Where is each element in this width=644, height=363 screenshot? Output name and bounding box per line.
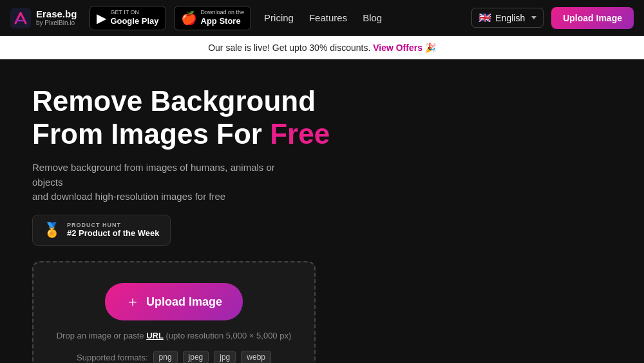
sale-banner-text: Our sale is live! Get upto 30% discounts…: [208, 43, 370, 53]
language-flag-icon: 🇬🇧: [478, 12, 491, 24]
sale-banner-cta[interactable]: View Offers 🎉: [373, 43, 436, 53]
logo[interactable]: Erase.bg by PixelBin.io: [10, 8, 77, 28]
hero-title: Remove Background From Images For Free: [32, 85, 354, 150]
nav-link-pricing[interactable]: Pricing: [264, 12, 294, 23]
upload-hint-suffix: (upto resolution 5,000 × 5,000 px): [164, 331, 291, 340]
upload-main-button[interactable]: ＋ Upload Image: [105, 283, 243, 320]
nav-link-blog[interactable]: Blog: [363, 12, 382, 23]
app-store-badge[interactable]: 🍎 Download on the App Store: [174, 6, 252, 30]
sale-banner: Our sale is live! Get upto 30% discounts…: [0, 36, 644, 59]
hero-title-free: Free: [270, 118, 330, 150]
upload-main-button-label: Upload Image: [146, 295, 222, 309]
app-store-large-text: App Store: [201, 16, 245, 26]
chevron-down-icon: [531, 16, 536, 19]
format-badge-webp: webp: [241, 351, 271, 363]
supported-formats: Supported formats: png jpeg jpg webp: [77, 351, 271, 363]
main-content: Remove Background From Images For Free R…: [0, 59, 644, 363]
nav-upload-button[interactable]: Upload Image: [551, 7, 634, 29]
plus-icon: ＋: [126, 292, 140, 311]
supported-formats-label: Supported formats:: [77, 353, 148, 362]
product-hunt-icon: 🏅: [43, 222, 61, 239]
upload-hint: Drop an image or paste URL (upto resolut…: [57, 331, 292, 340]
left-column: Remove Background From Images For Free R…: [32, 85, 354, 363]
logo-sub-text: by PixelBin.io: [36, 19, 77, 26]
google-play-large-text: Google Play: [110, 16, 158, 26]
product-hunt-badge: 🏅 PRODUCT HUNT #2 Product of the Week: [32, 215, 171, 246]
language-selector[interactable]: 🇬🇧 English: [471, 8, 544, 28]
format-badge-png: png: [153, 351, 178, 363]
product-hunt-label: PRODUCT HUNT: [67, 222, 160, 229]
hero-subtitle: Remove background from images of humans,…: [32, 161, 303, 204]
logo-icon: [10, 8, 31, 28]
navbar: Erase.bg by PixelBin.io ▶ GET IT ON Goog…: [0, 0, 644, 36]
product-hunt-rank: #2 Product of the Week: [67, 228, 160, 239]
hero-title-line2: From Images For: [32, 118, 270, 150]
upload-area: ＋ Upload Image Drop an image or paste UR…: [32, 261, 316, 363]
google-play-small-text: GET IT ON: [110, 9, 158, 16]
upload-url-link[interactable]: URL: [146, 331, 164, 340]
apple-icon: 🍎: [181, 10, 197, 26]
upload-hint-text: Drop an image or paste: [57, 331, 146, 340]
google-play-badge[interactable]: ▶ GET IT ON Google Play: [90, 6, 166, 30]
format-badge-jpg: jpg: [214, 351, 236, 363]
hero-title-line1: Remove Background: [32, 85, 316, 117]
google-play-icon: ▶: [97, 10, 106, 26]
nav-link-features[interactable]: Features: [309, 12, 347, 23]
format-badge-jpeg: jpeg: [183, 351, 209, 363]
logo-main-text: Erase.bg: [36, 9, 77, 20]
app-store-small-text: Download on the: [201, 9, 245, 16]
svg-rect-0: [10, 8, 31, 28]
nav-links: Pricing Features Blog: [264, 12, 382, 23]
language-label: English: [495, 13, 525, 23]
